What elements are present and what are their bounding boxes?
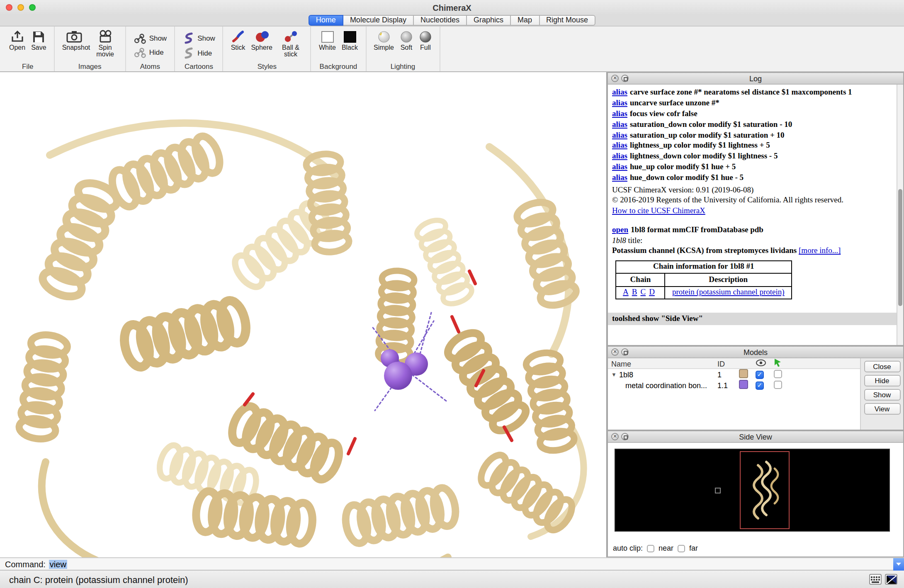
open-button[interactable]: Open (9, 29, 25, 52)
models-hide-button[interactable]: Hide (864, 375, 900, 386)
model-color-swatch[interactable] (739, 369, 748, 378)
chain-info-table: Chain information for 1bl8 #1 Chain Desc… (615, 260, 792, 299)
model-color-swatch[interactable] (739, 380, 748, 389)
command-label: Command: (5, 559, 46, 569)
tab-molecule-display[interactable]: Molecule Display (343, 15, 414, 26)
undock-panel-icon[interactable] (621, 348, 629, 356)
potassium-ion[interactable] (384, 362, 412, 390)
cartoons-hide-button[interactable]: Hide (182, 47, 215, 58)
alias-link[interactable]: alias (612, 88, 627, 96)
status-text: chain C: protein (potassium channel prot… (9, 574, 188, 584)
eye-position-handle[interactable] (715, 488, 721, 493)
model-row-metal-coordination[interactable]: metal coordination bon... 1.1 ✓ (608, 380, 860, 391)
tab-right-mouse[interactable]: Right Mouse (539, 15, 595, 26)
snapshot-button[interactable]: Snapshot (62, 29, 87, 52)
soft-lighting-button[interactable]: Soft (400, 29, 413, 52)
undock-panel-icon[interactable] (621, 75, 629, 82)
models-panel-header[interactable]: ✕ Models (608, 347, 903, 358)
toolbar-section-lighting: Simple Soft Full Lighting (366, 27, 440, 71)
alias-link[interactable]: alias (612, 173, 627, 182)
log-panel-header[interactable]: ✕ Log (608, 73, 903, 85)
models-panel: ✕ Models Name ID (607, 346, 904, 430)
simple-lighting-icon (377, 29, 390, 44)
log-alias-line: aliaslightness_down color modify $1 ligh… (612, 152, 892, 162)
cartoons-show-button[interactable]: Show (182, 32, 215, 44)
cite-link[interactable]: How to cite UCSF ChimeraX (612, 207, 705, 215)
near-clip-checkbox[interactable] (647, 544, 654, 552)
chevron-down-icon (896, 562, 902, 566)
disclosure-triangle-icon[interactable]: ▼ (611, 372, 617, 377)
chimerax-window: ChimeraX Home Molecule Display Nucleotid… (0, 0, 904, 588)
model-selected-checkbox[interactable] (774, 380, 782, 389)
models-view-button[interactable]: View (864, 403, 900, 415)
alias-link[interactable]: alias (612, 152, 627, 160)
status-bar: chain C: protein (potassium channel prot… (0, 570, 904, 588)
ball-and-stick-style-button[interactable]: Ball & stick (278, 29, 303, 59)
chain-description-link[interactable]: protein (potassium channel protein) (672, 288, 785, 296)
chain-a-link[interactable]: A (623, 288, 629, 296)
side-view-canvas[interactable] (615, 449, 890, 532)
view-frustum-frame (740, 451, 790, 529)
alias-link[interactable]: alias (612, 120, 627, 128)
sphere-style-button[interactable]: Sphere (251, 29, 272, 52)
close-panel-icon[interactable]: ✕ (611, 433, 619, 440)
open-file-icon (10, 29, 25, 44)
sphere-icon (254, 29, 269, 44)
model-shown-checkbox[interactable]: ✓ (756, 381, 764, 390)
models-button-column: Close Hide Show View (860, 358, 903, 430)
black-background-button[interactable]: Black (342, 29, 358, 52)
atoms-icon (134, 33, 146, 44)
model-selected-checkbox[interactable] (774, 369, 782, 378)
close-panel-icon[interactable]: ✕ (611, 75, 619, 82)
tab-nucleotides[interactable]: Nucleotides (414, 15, 467, 26)
keyboard-icon[interactable] (869, 574, 882, 585)
side-view-panel-header[interactable]: ✕ Side View (608, 431, 903, 443)
open-link[interactable]: open (612, 225, 628, 233)
camera-icon (67, 29, 83, 44)
log-scrollbar[interactable] (897, 85, 903, 345)
alias-link[interactable]: alias (612, 163, 627, 171)
close-panel-icon[interactable]: ✕ (611, 348, 619, 356)
model-row-1bl8[interactable]: ▼1bl8 1 ✓ (608, 369, 860, 380)
far-clip-label: far (689, 544, 698, 552)
spin-movie-button[interactable]: Spin movie (93, 29, 118, 59)
alias-link[interactable]: alias (612, 141, 627, 150)
toolbar-section-cartoons: Show Hide Cartoons (175, 27, 224, 71)
full-lighting-button[interactable]: Full (419, 29, 432, 52)
stick-style-button[interactable]: Stick (231, 29, 245, 52)
scrollbar-thumb[interactable] (898, 189, 902, 306)
chain-c-link[interactable]: C (640, 288, 646, 296)
models-show-button[interactable]: Show (864, 389, 900, 401)
viewport-3d[interactable] (0, 72, 607, 557)
chain-b-link[interactable]: B (632, 288, 637, 296)
window-title: ChimeraX (0, 3, 904, 12)
command-history-dropdown[interactable] (893, 558, 904, 570)
undock-panel-icon[interactable] (621, 433, 629, 440)
model-shown-checkbox[interactable]: ✓ (756, 371, 764, 379)
white-background-button[interactable]: White (319, 29, 336, 52)
tab-home[interactable]: Home (309, 15, 343, 26)
alias-link[interactable]: alias (612, 109, 627, 118)
log-content[interactable]: aliascarve surface zone #* nearatoms sel… (608, 85, 897, 345)
command-input[interactable]: view (49, 558, 893, 570)
alias-link[interactable]: alias (612, 99, 627, 107)
contrast-icon[interactable] (885, 574, 897, 585)
simple-lighting-button[interactable]: Simple (374, 29, 394, 52)
titlebar[interactable]: ChimeraX (0, 0, 904, 15)
atoms-hide-button[interactable]: Hide (134, 47, 167, 58)
save-button[interactable]: Save (31, 29, 46, 52)
tab-graphics[interactable]: Graphics (467, 15, 511, 26)
atoms-show-button[interactable]: Show (134, 33, 167, 44)
far-clip-checkbox[interactable] (678, 544, 685, 552)
chain-d-link[interactable]: D (649, 288, 655, 296)
more-info-link[interactable]: [more info...] (799, 247, 841, 255)
ribbon-icon (182, 32, 194, 44)
white-square-icon (321, 29, 334, 44)
side-view-panel: ✕ Side View (607, 430, 904, 557)
log-alias-line: aliascarve surface zone #* nearatoms sel… (612, 88, 892, 97)
models-close-button[interactable]: Close (864, 361, 900, 372)
tab-map[interactable]: Map (511, 15, 539, 26)
copyright-line: © 2016-2019 Regents of the University of… (612, 196, 892, 206)
movie-camera-icon (98, 29, 113, 44)
alias-link[interactable]: alias (612, 131, 627, 139)
